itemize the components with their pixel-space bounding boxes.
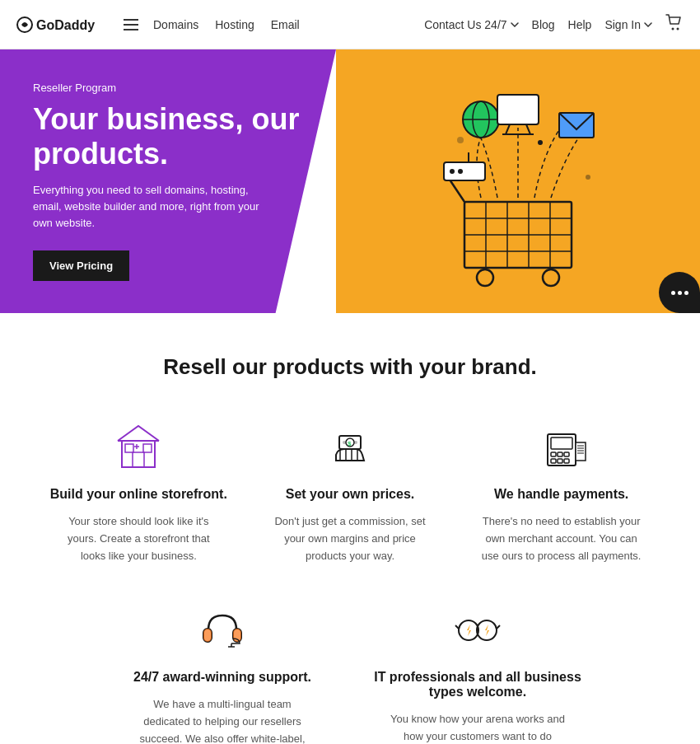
nav-hosting[interactable]: Hosting [215, 18, 254, 31]
svg-line-19 [506, 124, 510, 134]
svg-point-13 [477, 269, 493, 286]
svg-rect-18 [497, 95, 539, 124]
header: GoDaddy Domains Hosting Email Contact Us… [0, 0, 700, 49]
svg-rect-33 [125, 444, 133, 452]
svg-line-70 [497, 625, 500, 629]
svg-rect-31 [133, 452, 144, 467]
svg-rect-34 [143, 444, 152, 452]
feature-storefront-desc: Your store should look like it's yours. … [56, 513, 221, 564]
svg-text:GoDaddy: GoDaddy [36, 18, 95, 32]
nav-domains[interactable]: Domains [153, 18, 198, 31]
logo[interactable]: GoDaddy [16, 13, 107, 36]
storefront-icon [110, 418, 167, 475]
feature-it-pro-title: IT professionals and all business types … [358, 670, 597, 700]
nav-left: Domains Hosting Email [153, 18, 300, 31]
contact-us-link[interactable]: Contact Us 24/7 [424, 18, 518, 31]
svg-line-69 [455, 625, 459, 629]
nav-right: Contact Us 24/7 Blog Help Sign In [424, 14, 684, 35]
svg-line-20 [526, 124, 530, 134]
svg-rect-50 [564, 452, 569, 456]
hero-illustration [399, 70, 637, 292]
svg-text:$: $ [348, 440, 352, 447]
feature-payments: We handle payments. There's no need to e… [464, 418, 659, 564]
feature-prices-title: Set your own prices. [253, 487, 448, 502]
svg-point-23 [450, 169, 455, 174]
signin-link[interactable]: Sign In [604, 18, 652, 31]
svg-rect-46 [548, 434, 576, 466]
feature-it-pro: IT professionals and all business types … [358, 601, 597, 744]
nav-email[interactable]: Email [271, 18, 300, 31]
hero-section: Reseller Program Your business, our prod… [0, 49, 700, 313]
feature-support-desc: We have a multi-lingual team dedicated t… [132, 696, 313, 744]
feature-support: 24/7 award-winning support. We have a mu… [103, 601, 342, 744]
chevron-down-icon [644, 22, 652, 27]
features-row-1: Build your online storefront. Your store… [41, 418, 659, 564]
svg-rect-52 [558, 459, 562, 463]
support-icon [194, 601, 251, 658]
svg-point-27 [538, 140, 543, 145]
svg-rect-48 [551, 452, 556, 456]
godaddy-logo-icon: GoDaddy [16, 13, 107, 36]
svg-point-40 [354, 441, 357, 444]
view-pricing-button[interactable]: View Pricing [33, 250, 129, 281]
chat-bubble[interactable] [659, 272, 700, 313]
svg-point-2 [672, 27, 674, 30]
svg-point-39 [343, 441, 346, 444]
main-content: Resell our products with your brand. Bui… [0, 313, 700, 744]
svg-rect-26 [559, 113, 594, 138]
feature-storefront: Build your online storefront. Your store… [41, 418, 236, 564]
hero-desc: Everything you need to sell domains, hos… [33, 182, 264, 232]
it-pro-icon [449, 601, 506, 658]
feature-prices-desc: Don't just get a commission, set your ow… [268, 513, 432, 564]
chat-dots [671, 291, 688, 295]
svg-rect-30 [122, 441, 155, 467]
cart-icon [665, 14, 684, 32]
svg-rect-55 [576, 442, 586, 461]
svg-rect-53 [564, 459, 569, 463]
svg-rect-49 [558, 452, 562, 456]
svg-point-29 [586, 175, 590, 180]
feature-it-pro-desc: You know how your arena works and how yo… [387, 711, 568, 744]
chevron-down-icon [511, 22, 519, 27]
svg-point-14 [543, 269, 559, 286]
feature-prices: $ Set your own prices. Don't just get a … [253, 418, 448, 564]
prices-icon: $ [321, 418, 379, 475]
feature-payments-desc: There's no need to establish your own me… [479, 513, 644, 564]
hero-right [336, 49, 700, 313]
svg-rect-62 [203, 629, 212, 642]
payments-icon [533, 418, 590, 475]
svg-rect-47 [551, 438, 572, 449]
cart-link[interactable] [665, 14, 684, 35]
section-title: Resell our products with your brand. [41, 354, 659, 380]
feature-storefront-title: Build your online storefront. [41, 487, 236, 502]
hero-left: Reseller Program Your business, our prod… [0, 49, 336, 313]
features-row-2: 24/7 award-winning support. We have a mu… [103, 601, 597, 744]
svg-point-3 [677, 27, 679, 30]
hero-tag: Reseller Program [33, 82, 300, 94]
feature-payments-title: We handle payments. [464, 487, 659, 502]
svg-rect-51 [551, 459, 556, 463]
hamburger-menu[interactable] [124, 19, 138, 30]
feature-support-title: 24/7 award-winning support. [103, 670, 342, 685]
svg-point-28 [457, 137, 464, 143]
help-link[interactable]: Help [568, 18, 592, 31]
svg-point-24 [458, 169, 463, 174]
blog-link[interactable]: Blog [532, 18, 555, 31]
hero-title: Your business, our products. [33, 102, 300, 171]
